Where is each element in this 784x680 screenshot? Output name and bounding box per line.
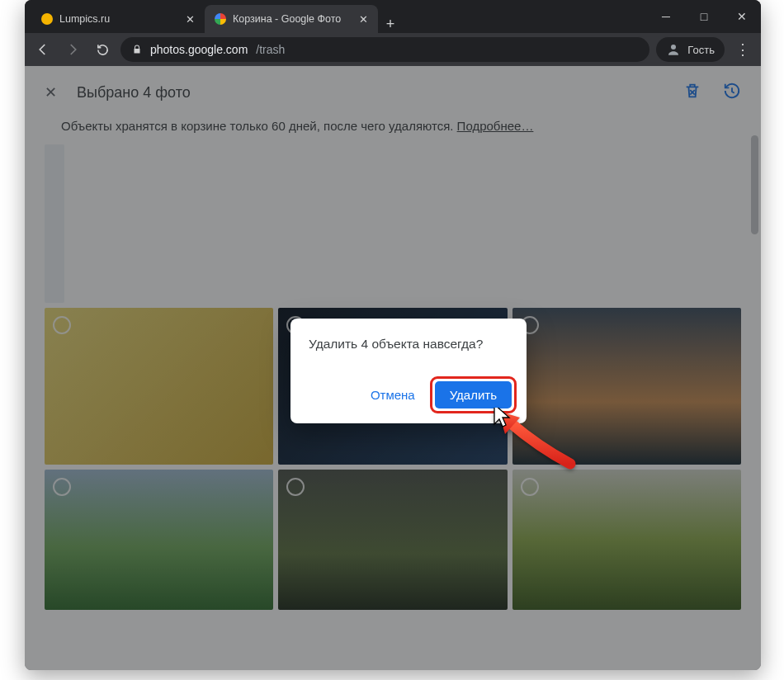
annotation-highlight: Удалить (430, 376, 517, 413)
confirm-delete-dialog: Удалить 4 объекта навсегда? Отмена Удали… (290, 319, 527, 423)
close-tab-icon[interactable]: ✕ (186, 13, 195, 26)
reload-button[interactable] (91, 38, 114, 61)
tab-google-photos-trash[interactable]: Корзина - Google Фото ✕ (205, 5, 378, 33)
address-bar[interactable]: photos.google.com/trash (120, 37, 649, 62)
guest-label: Гость (687, 44, 715, 56)
tab-label: Lumpics.ru (59, 13, 110, 25)
browser-toolbar: photos.google.com/trash Гость ⋮ (25, 33, 761, 66)
browser-menu-button[interactable]: ⋮ (731, 40, 754, 59)
profile-guest-chip[interactable]: Гость (656, 37, 725, 62)
svg-point-0 (671, 45, 676, 50)
favicon-icon (215, 13, 226, 25)
close-window-button[interactable]: ✕ (723, 0, 761, 33)
dialog-message: Удалить 4 объекта навсегда? (309, 337, 517, 352)
titlebar: Lumpics.ru ✕ Корзина - Google Фото ✕ + ─… (25, 0, 761, 33)
confirm-delete-button[interactable]: Удалить (435, 381, 512, 408)
maximize-button[interactable]: □ (685, 0, 723, 33)
tab-lumpics[interactable]: Lumpics.ru ✕ (31, 5, 205, 33)
back-button[interactable] (31, 38, 54, 61)
new-tab-button[interactable]: + (378, 16, 403, 33)
person-icon (666, 42, 681, 57)
url-host: photos.google.com (150, 43, 248, 56)
lock-icon (132, 45, 142, 54)
url-path: /trash (256, 43, 285, 56)
window-controls: ─ □ ✕ (647, 0, 761, 33)
cancel-button[interactable]: Отмена (362, 381, 423, 408)
browser-window: Lumpics.ru ✕ Корзина - Google Фото ✕ + ─… (25, 0, 761, 670)
forward-button[interactable] (61, 38, 84, 61)
tab-label: Корзина - Google Фото (233, 13, 341, 25)
close-tab-icon[interactable]: ✕ (359, 13, 368, 26)
minimize-button[interactable]: ─ (647, 0, 685, 33)
favicon-icon (41, 13, 53, 25)
